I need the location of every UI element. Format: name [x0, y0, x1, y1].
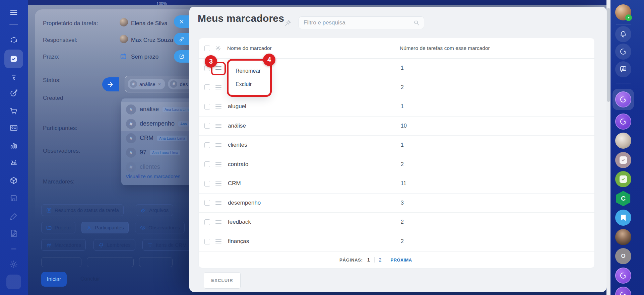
status-arrow-button[interactable] [102, 77, 119, 91]
chip-observers[interactable]: Observadores [135, 222, 185, 233]
my-markers-modal: Meus marcadores Nome do marcador Número … [189, 7, 606, 292]
open-new-window-button[interactable] [174, 50, 189, 63]
chat-sync-icon[interactable] [615, 61, 631, 77]
owner-value[interactable]: Elena de Silva [131, 20, 168, 27]
scrollbar-track[interactable] [606, 0, 610, 295]
tasks-badge-rose[interactable] [615, 152, 631, 168]
chip-participants[interactable]: Participantes [81, 222, 129, 233]
copilot-icon[interactable] [615, 114, 631, 130]
ghost-chip [41, 257, 81, 267]
table-settings-gear-icon[interactable] [215, 45, 221, 51]
copy-link-button[interactable] [174, 33, 189, 45]
contact-card-icon[interactable] [9, 124, 18, 132]
table-row[interactable]: contrato 2 [199, 155, 594, 174]
hexagon-badge[interactable]: C [615, 191, 631, 207]
chip-status-summary[interactable]: Resumos do status da tarefa [41, 204, 124, 216]
store-icon[interactable] [9, 194, 18, 203]
row-menu-icon[interactable] [215, 84, 221, 90]
view-markers-link[interactable]: Visualize os marcadores [126, 173, 180, 179]
copilot-active-icon[interactable] [615, 91, 631, 107]
chip-reminders[interactable]: Lembretes [93, 239, 135, 251]
pin-icon[interactable] [284, 19, 292, 27]
select-all-checkbox[interactable] [204, 46, 210, 51]
row-menu-icon[interactable] [215, 142, 221, 148]
start-button[interactable]: Iniciar [41, 272, 67, 287]
next-page-link[interactable]: PRÓXIMA [391, 257, 412, 263]
assignee-value[interactable]: Max Cruz Souza [131, 37, 173, 44]
cart-icon[interactable] [9, 106, 18, 115]
hash-icon: # [126, 104, 136, 115]
row-checkbox[interactable] [204, 123, 210, 129]
row-checkbox[interactable] [204, 84, 210, 90]
column-header-name[interactable]: Nome do marcador [227, 45, 272, 51]
bar-chart-icon[interactable] [9, 141, 18, 150]
page-1[interactable]: 1 [367, 257, 370, 263]
marketing-target-icon[interactable] [9, 89, 18, 97]
network-icon[interactable] [9, 36, 18, 45]
row-menu-icon[interactable] [215, 180, 221, 187]
person-icon [86, 225, 92, 231]
search-box [299, 16, 424, 29]
deadline-value[interactable]: Sem prazo [131, 54, 158, 60]
close-button[interactable] [174, 15, 189, 28]
copilot-icon[interactable] [615, 287, 631, 295]
tag-chip[interactable]: # análise ✕ [128, 79, 165, 89]
copilot-swirl-icon[interactable] [615, 44, 631, 60]
divider [9, 24, 18, 25]
table-row[interactable]: desempenho 3 [199, 194, 594, 213]
complete-button[interactable]: Concluir [80, 276, 100, 282]
package-icon[interactable] [9, 176, 18, 185]
search-input[interactable] [303, 19, 413, 26]
row-menu-icon[interactable] [215, 219, 221, 225]
chip-markers[interactable]: Marcadores [41, 239, 86, 251]
row-checkbox[interactable] [204, 239, 210, 244]
row-menu-icon[interactable] [215, 238, 221, 244]
row-checkbox[interactable] [204, 200, 210, 206]
created-label: Created [43, 95, 63, 101]
row-checkbox[interactable] [204, 142, 210, 148]
sign-pencil-icon[interactable] [9, 212, 18, 221]
copilot-icon[interactable] [615, 268, 631, 284]
row-menu-icon[interactable] [215, 161, 221, 167]
table-row[interactable]: análise 10 [199, 117, 594, 136]
document-icon[interactable] [9, 229, 18, 238]
table-row[interactable]: finanças 2 [199, 232, 594, 251]
row-menu-icon[interactable] [215, 123, 221, 129]
tasks-check-icon[interactable] [9, 55, 18, 63]
robot-icon[interactable] [9, 159, 18, 167]
table-row[interactable]: feedback 2 [199, 213, 594, 232]
delete-button[interactable]: EXCLUIR [204, 272, 241, 289]
tag-chip[interactable]: # des [168, 79, 192, 89]
menu-icon[interactable] [9, 8, 18, 17]
table-row[interactable]: clientes 1 [199, 136, 594, 155]
row-checkbox[interactable] [204, 219, 210, 225]
circle-badge[interactable]: O [615, 248, 631, 264]
chip-project[interactable]: Projeto [41, 222, 75, 233]
table-row[interactable]: CRM 11 [199, 174, 594, 194]
page-2[interactable]: 2 [379, 257, 382, 263]
row-checkbox[interactable] [204, 161, 210, 167]
ghost-chip [87, 257, 134, 267]
column-header-count[interactable]: Número de tarefas com esse marcador [400, 45, 490, 51]
row-checkbox[interactable] [204, 104, 210, 109]
avatar[interactable] [615, 229, 631, 245]
chip-files[interactable]: Arquivos [136, 204, 173, 216]
chip-crm-items[interactable]: Itens de CRM [142, 239, 191, 251]
search-icon[interactable] [413, 19, 420, 26]
scrollbar-thumb[interactable] [607, 8, 610, 102]
crm-funnel-icon[interactable] [9, 72, 18, 80]
remove-tag-icon[interactable]: ✕ [158, 82, 162, 87]
row-menu-icon[interactable] [215, 103, 221, 109]
row-menu-icon[interactable] [215, 200, 221, 206]
avatar[interactable] [615, 133, 631, 149]
bookmark-badge-icon[interactable] [615, 210, 631, 226]
profile-avatar[interactable] [6, 275, 21, 289]
left-sidebar [0, 0, 28, 295]
notifications-bell-icon[interactable] [615, 26, 631, 42]
gear-icon[interactable] [9, 260, 18, 269]
more-icon[interactable] [11, 248, 16, 249]
tasks-badge-green[interactable] [615, 171, 631, 187]
table-row[interactable]: aluguel 1 [199, 97, 594, 117]
pagination-bar: PÁGINAS: 1 2 PRÓXIMA [199, 251, 594, 268]
row-checkbox[interactable] [204, 181, 210, 187]
